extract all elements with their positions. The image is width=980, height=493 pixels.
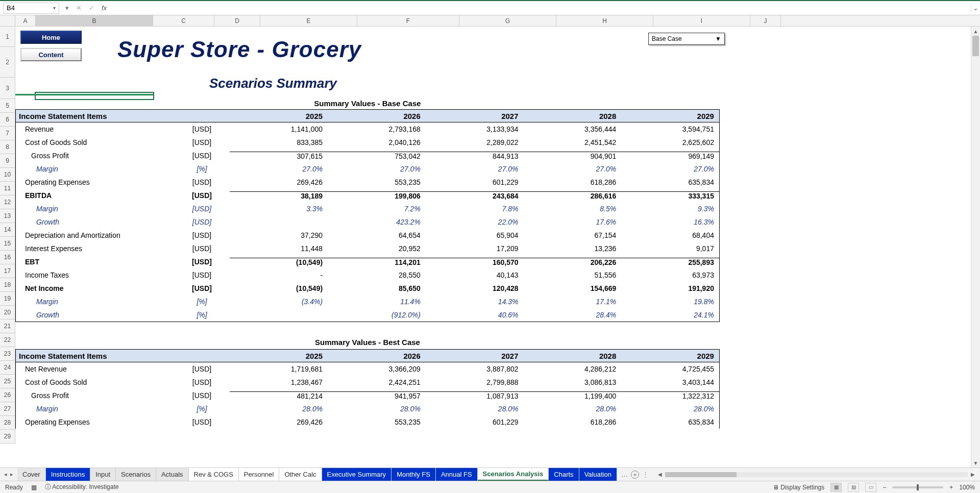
row-header[interactable]: 18 bbox=[0, 278, 15, 292]
cell-value: 37,290 bbox=[230, 231, 328, 239]
cell-value: 19.8% bbox=[621, 298, 719, 306]
accessibility-status[interactable]: ⓘ Accessibility: Investigate bbox=[45, 483, 119, 491]
column-header[interactable]: H bbox=[556, 15, 653, 26]
row-header[interactable]: 5 bbox=[0, 99, 15, 113]
row-header[interactable]: 3 bbox=[0, 78, 15, 99]
scroll-right-icon[interactable]: ▶ bbox=[969, 472, 977, 477]
column-header[interactable]: E bbox=[260, 15, 357, 26]
column-header[interactable]: A bbox=[15, 15, 36, 26]
table-base-case: Income Statement Items 2025 2026 2027 20… bbox=[15, 109, 720, 322]
cell-value: 481,214 bbox=[230, 391, 328, 400]
sheet-tab[interactable]: Personnel bbox=[239, 468, 280, 481]
select-all-triangle[interactable] bbox=[0, 15, 15, 26]
row-header[interactable]: 21 bbox=[0, 319, 15, 333]
zoom-slider[interactable] bbox=[892, 486, 943, 488]
row-header[interactable]: 19 bbox=[0, 292, 15, 306]
row-header[interactable]: 11 bbox=[0, 182, 15, 195]
chevron-down-icon[interactable]: ▾ bbox=[53, 5, 56, 11]
zoom-level[interactable]: 100% bbox=[959, 484, 975, 491]
vertical-scrollbar[interactable]: ▲ ▼ bbox=[971, 27, 980, 467]
formula-expand-icon[interactable]: ⌄ bbox=[971, 4, 980, 12]
row-header[interactable]: 17 bbox=[0, 264, 15, 278]
commit-icon[interactable]: ✓ bbox=[89, 4, 94, 12]
sheet-tab[interactable]: Scenarios Analysis bbox=[478, 468, 549, 481]
row-header[interactable]: 13 bbox=[0, 209, 15, 223]
row-header[interactable]: 28 bbox=[0, 416, 15, 430]
row-header[interactable]: 15 bbox=[0, 237, 15, 251]
page-title: Super Store - Grocery bbox=[117, 37, 361, 62]
column-header[interactable]: F bbox=[357, 15, 459, 26]
row-header[interactable]: 26 bbox=[0, 388, 15, 402]
fx-icon[interactable]: fx bbox=[102, 4, 107, 12]
sheet-tab[interactable]: Cover bbox=[17, 468, 46, 481]
zoom-out-icon[interactable]: − bbox=[883, 484, 886, 491]
row-header[interactable]: 16 bbox=[0, 251, 15, 264]
row-header[interactable]: 29 bbox=[0, 430, 15, 443]
column-header[interactable]: B bbox=[36, 15, 153, 26]
macro-record-icon[interactable]: ▦ bbox=[31, 484, 37, 491]
scroll-up-icon[interactable]: ▲ bbox=[971, 27, 980, 36]
tabs-overflow-icon[interactable]: … bbox=[621, 471, 628, 478]
view-page-layout-icon[interactable]: ▤ bbox=[848, 483, 859, 492]
column-header[interactable]: J bbox=[750, 15, 781, 26]
sheet-tab[interactable]: Input bbox=[90, 468, 116, 481]
dropdown-icon[interactable]: ▾ bbox=[65, 4, 69, 12]
column-header[interactable]: C bbox=[153, 15, 214, 26]
row-header[interactable]: 8 bbox=[0, 140, 15, 154]
formula-input[interactable] bbox=[113, 3, 971, 14]
sheet-tab[interactable]: Actuals bbox=[156, 468, 189, 481]
tab-nav-first-icon[interactable]: ◂ bbox=[4, 471, 7, 478]
column-header[interactable]: D bbox=[214, 15, 260, 26]
row-unit: [USD] bbox=[174, 391, 230, 400]
scenario-dropdown[interactable]: Base Case ▼ bbox=[648, 33, 725, 45]
view-normal-icon[interactable]: ▦ bbox=[830, 483, 842, 492]
horizontal-scrollbar[interactable]: ◀ ▶ bbox=[653, 468, 980, 481]
tab-nav-prev-icon[interactable]: ▸ bbox=[10, 471, 13, 478]
cell-value: 191,920 bbox=[621, 284, 719, 292]
row-header[interactable]: 2 bbox=[0, 47, 15, 78]
new-sheet-icon[interactable]: + bbox=[631, 471, 639, 479]
column-header[interactable]: I bbox=[653, 15, 750, 26]
tab-split-icon[interactable]: ⋮ bbox=[642, 471, 649, 478]
col-year: 2028 bbox=[524, 350, 622, 362]
row-header[interactable]: 27 bbox=[0, 402, 15, 416]
row-header[interactable]: 1 bbox=[0, 27, 15, 47]
sheet-tab[interactable]: Other Calc bbox=[279, 468, 322, 481]
view-page-break-icon[interactable]: ▭ bbox=[865, 483, 876, 492]
scrollbar-thumb[interactable] bbox=[972, 36, 979, 56]
cell-value: 28.0% bbox=[426, 405, 524, 413]
sheet-tab[interactable]: Instructions bbox=[46, 468, 90, 481]
sheet-tab[interactable]: Valuation bbox=[579, 468, 617, 481]
row-header[interactable]: 10 bbox=[0, 168, 15, 182]
display-settings[interactable]: 🖥 Display Settings bbox=[773, 484, 824, 491]
zoom-in-icon[interactable]: + bbox=[949, 484, 953, 491]
sheet-tab[interactable]: Monthly FS bbox=[391, 468, 436, 481]
sheet-tab[interactable]: Rev & COGS bbox=[189, 468, 239, 481]
row-header[interactable]: 9 bbox=[0, 154, 15, 168]
content-button[interactable]: Content bbox=[20, 48, 82, 61]
cell-value: 27.0% bbox=[426, 165, 524, 173]
sheet-tab[interactable]: Executive Summary bbox=[322, 468, 392, 481]
sheet-tab[interactable]: Charts bbox=[549, 468, 579, 481]
row-header[interactable]: 14 bbox=[0, 223, 15, 237]
name-box[interactable]: B4 ▾ bbox=[3, 3, 59, 14]
sheet-tab[interactable]: Scenarios bbox=[116, 468, 156, 481]
row-label: Gross Profit bbox=[16, 391, 174, 400]
row-header[interactable]: 22 bbox=[0, 333, 15, 347]
row-header[interactable]: 12 bbox=[0, 195, 15, 209]
cancel-icon[interactable]: ✕ bbox=[76, 4, 82, 12]
row-header[interactable]: 24 bbox=[0, 361, 15, 375]
home-button[interactable]: Home bbox=[20, 31, 82, 44]
row-header[interactable]: 25 bbox=[0, 375, 15, 388]
row-header[interactable]: 7 bbox=[0, 127, 15, 140]
sheet-tab[interactable]: Annual FS bbox=[436, 468, 478, 481]
hscroll-thumb[interactable] bbox=[665, 472, 737, 477]
row-header[interactable]: 23 bbox=[0, 347, 15, 361]
row-header[interactable]: 20 bbox=[0, 306, 15, 319]
scroll-down-icon[interactable]: ▼ bbox=[971, 458, 980, 467]
cell-value: 206,226 bbox=[524, 258, 622, 266]
row-header[interactable]: 6 bbox=[0, 113, 15, 127]
scroll-left-icon[interactable]: ◀ bbox=[656, 472, 664, 477]
column-header[interactable]: G bbox=[459, 15, 556, 26]
row-label: Growth bbox=[16, 311, 174, 319]
